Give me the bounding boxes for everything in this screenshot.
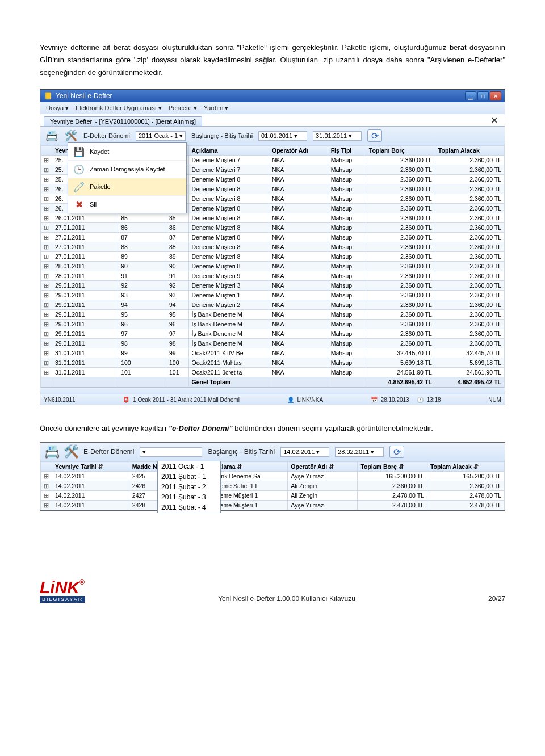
- expand-icon[interactable]: ⊞: [41, 368, 52, 377]
- tarih-bitis[interactable]: 31.01.2011 ▾: [313, 131, 362, 141]
- expand-icon[interactable]: ⊞: [41, 252, 52, 262]
- table-row[interactable]: ⊞14.02.20112426Deneme Satıcı 1 FAli Zeng…: [41, 481, 505, 491]
- ctx-paketle[interactable]: 🧷 Paketle: [68, 178, 186, 196]
- tarih-baslangic[interactable]: 01.01.2011 ▾: [258, 131, 307, 141]
- cell: 29.01.2011: [52, 291, 118, 300]
- tarih1-2[interactable]: 14.02.2011 ▾: [280, 447, 329, 457]
- col-header[interactable]: Açıklama: [188, 146, 269, 156]
- expand-icon[interactable]: ⊞: [41, 262, 52, 271]
- refresh-button-2[interactable]: ⟳: [389, 446, 404, 458]
- table-row[interactable]: ⊞27.01.20118989Deneme Müşteri 8NKAMahsup…: [41, 252, 505, 262]
- expand-icon[interactable]: ⊞: [41, 348, 52, 358]
- ctx-sil[interactable]: ✖ Sil: [68, 196, 186, 213]
- table-row[interactable]: ⊞14.02.201124272427Deneme Müşteri 1Ali Z…: [41, 491, 505, 501]
- col-header[interactable]: Toplam Alacak: [435, 146, 504, 156]
- tools-icon[interactable]: 🛠️: [64, 445, 78, 459]
- donem-select[interactable]: 2011 Ocak - 1 ▾: [136, 131, 186, 141]
- expand-icon[interactable]: ⊞: [41, 194, 52, 204]
- expand-icon[interactable]: ⊞: [41, 175, 52, 184]
- table-row[interactable]: ⊞27.01.20118787Deneme Müşteri 8NKAMahsup…: [41, 233, 505, 242]
- expand-icon[interactable]: ⊞: [41, 300, 52, 310]
- col-header[interactable]: Operatör Adı: [269, 146, 328, 156]
- table-row[interactable]: ⊞14.02.201124282428Deneme Müşteri 1Ayşe …: [41, 501, 505, 510]
- table-row[interactable]: ⊞29.01.20119696İş Bank Deneme MNKAMahsup…: [41, 320, 505, 329]
- cell: NKA: [269, 348, 328, 358]
- expand-icon[interactable]: ⊞: [41, 472, 52, 481]
- table-row[interactable]: ⊞29.01.20119898İş Bank Deneme MNKAMahsup…: [41, 339, 505, 348]
- h-scrollbar[interactable]: [40, 387, 505, 394]
- expand-icon[interactable]: ⊞: [41, 358, 52, 368]
- expand-icon[interactable]: ⊞: [41, 501, 52, 510]
- expand-icon[interactable]: ⊞: [41, 204, 52, 213]
- tab-close-button[interactable]: ✕: [488, 116, 501, 126]
- donem-option[interactable]: 2011 Şubat - 4: [158, 502, 220, 513]
- address-book-icon[interactable]: 📇: [45, 445, 58, 459]
- expand-icon[interactable]: ⊞: [41, 242, 52, 252]
- donem-option[interactable]: 2011 Ocak - 1: [158, 461, 220, 472]
- expand-icon[interactable]: ⊞: [41, 213, 52, 223]
- col-header[interactable]: Toplam Borç: [366, 146, 435, 156]
- tarih2-2[interactable]: 28.02.2011 ▾: [335, 447, 384, 457]
- table-row[interactable]: ⊞14.02.20112425İşBank Deneme SaAyşe Yılm…: [41, 472, 505, 481]
- cell: Mahsup: [328, 358, 366, 368]
- expand-icon[interactable]: ⊞: [41, 281, 52, 291]
- expand-icon[interactable]: ⊞: [41, 481, 52, 491]
- expand-icon[interactable]: ⊞: [41, 223, 52, 233]
- cell: NKA: [269, 262, 328, 271]
- table-row[interactable]: ⊞29.01.20119595İş Bank Deneme MNKAMahsup…: [41, 310, 505, 320]
- expand-icon[interactable]: ⊞: [41, 184, 52, 194]
- col-header[interactable]: Toplam Alacak ⇵: [427, 462, 504, 472]
- donem-option[interactable]: 2011 Şubat - 3: [158, 492, 220, 502]
- table-row[interactable]: ⊞28.01.20119191Deneme Müşteri 9NKAMahsup…: [41, 271, 505, 281]
- donem-dropdown-list[interactable]: 2011 Ocak - 1 2011 Şubat - 1 2011 Şubat …: [157, 461, 221, 513]
- donem-select-2[interactable]: ▾: [140, 447, 202, 457]
- expand-icon[interactable]: ⊞: [41, 156, 52, 165]
- table-row[interactable]: ⊞29.01.20119393Deneme Müşteri 1NKAMahsup…: [41, 291, 505, 300]
- tools-icon[interactable]: 🛠️: [64, 129, 78, 142]
- col-header[interactable]: [41, 146, 52, 156]
- menu-yardim[interactable]: Yardım ▾: [202, 103, 231, 113]
- menu-dosya[interactable]: Dosya ▾: [44, 103, 71, 113]
- expand-icon[interactable]: ⊞: [41, 320, 52, 329]
- close-button[interactable]: ✕: [490, 91, 501, 100]
- table-row[interactable]: ⊞27.01.20118686Deneme Müşteri 8NKAMahsup…: [41, 223, 505, 233]
- expand-icon[interactable]: ⊞: [41, 291, 52, 300]
- col-header[interactable]: [41, 462, 52, 472]
- expand-icon[interactable]: ⊞: [41, 233, 52, 242]
- tab-yevmiye[interactable]: Yevmiye Defteri - [YEV2011000001] - [Ber…: [44, 116, 202, 126]
- table-row[interactable]: ⊞29.01.20119292Deneme Müşteri 3NKAMahsup…: [41, 281, 505, 291]
- table-row[interactable]: ⊞31.01.20119999Ocak/2011 KDV BeNKAMahsup…: [41, 348, 505, 358]
- cell: Deneme Müşteri 3: [188, 281, 269, 291]
- expand-icon[interactable]: ⊞: [41, 165, 52, 175]
- ctx-zaman-damgasi[interactable]: 🕒 Zaman Damgasıyla Kaydet: [68, 161, 186, 178]
- col-header[interactable]: Yevmiye Tarihi ⇵: [52, 462, 129, 472]
- col-header[interactable]: Toplam Borç ⇵: [358, 462, 427, 472]
- donem-option[interactable]: 2011 Şubat - 2: [158, 482, 220, 492]
- cell: 27.01.2011: [52, 233, 118, 242]
- menu-elektronik-defter[interactable]: Elektronik Defter Uygulaması ▾: [73, 103, 164, 113]
- donem-option[interactable]: 2011 Şubat - 1: [158, 472, 220, 482]
- cell: Mahsup: [328, 184, 366, 194]
- expand-icon[interactable]: ⊞: [41, 491, 52, 501]
- cell: Mahsup: [328, 223, 366, 233]
- table-row[interactable]: ⊞31.01.2011100100Ocak/2011 MuhtasNKAMahs…: [41, 358, 505, 368]
- menu-pencere[interactable]: Pencere ▾: [166, 103, 199, 113]
- expand-icon[interactable]: ⊞: [41, 271, 52, 281]
- table-row[interactable]: ⊞26.01.20118585Deneme Müşteri 8NKAMahsup…: [41, 213, 505, 223]
- expand-icon[interactable]: ⊞: [41, 310, 52, 320]
- maximize-button[interactable]: □: [477, 91, 489, 100]
- table-row[interactable]: ⊞29.01.20119494Deneme Müşteri 2NKAMahsup…: [41, 300, 505, 310]
- table-row[interactable]: ⊞29.01.20119797İş Bank Deneme MNKAMahsup…: [41, 329, 505, 339]
- table-row[interactable]: ⊞27.01.20118888Deneme Müşteri 8NKAMahsup…: [41, 242, 505, 252]
- col-header[interactable]: Operatör Adı ⇵: [288, 462, 358, 472]
- ctx-kaydet[interactable]: 💾 Kaydet: [68, 143, 186, 161]
- cell: 98: [118, 339, 166, 348]
- expand-icon[interactable]: ⊞: [41, 329, 52, 339]
- col-header[interactable]: Fiş Tipi: [328, 146, 366, 156]
- minimize-button[interactable]: ▁: [465, 91, 476, 100]
- address-book-icon[interactable]: 📇: [45, 129, 58, 142]
- refresh-button[interactable]: ⟳: [367, 129, 382, 142]
- table-row[interactable]: ⊞28.01.20119090Deneme Müşteri 8NKAMahsup…: [41, 262, 505, 271]
- table-row[interactable]: ⊞31.01.2011101101Ocak/2011 ücret taNKAMa…: [41, 368, 505, 377]
- expand-icon[interactable]: ⊞: [41, 339, 52, 348]
